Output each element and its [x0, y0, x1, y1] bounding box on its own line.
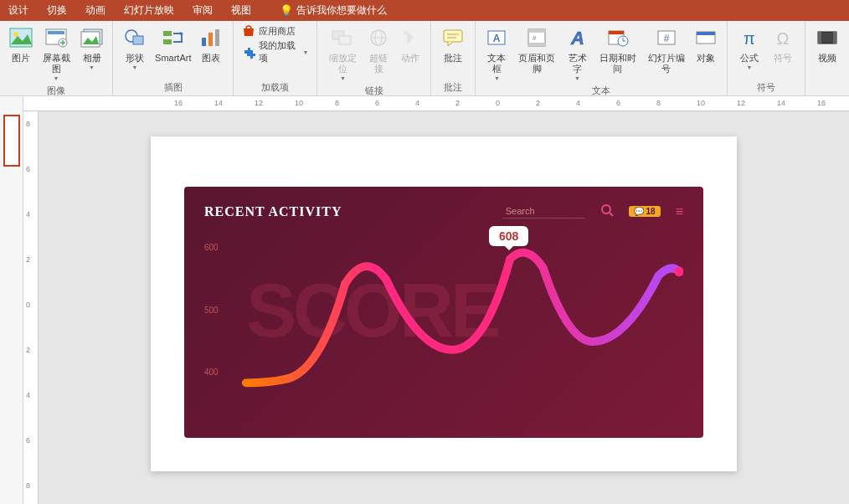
search-input: Search — [502, 204, 585, 219]
y-axis: 600 500 400 — [204, 234, 219, 402]
slide-thumbnail-1[interactable] — [3, 115, 20, 167]
y-tick: 600 — [204, 243, 219, 252]
equation-label: 公式 — [740, 53, 759, 64]
header-footer-button[interactable]: # 页眉和页脚 — [512, 23, 561, 76]
slide-number-button[interactable]: # 幻灯片编号 — [642, 23, 691, 76]
album-button[interactable]: 相册 ▼ — [76, 23, 107, 74]
svg-rect-9 — [163, 31, 172, 36]
chevron-down-icon: ▼ — [340, 75, 346, 82]
svg-rect-8 — [133, 36, 143, 44]
svg-line-45 — [610, 213, 613, 216]
shapes-button[interactable]: 形状 ▼ — [118, 23, 152, 74]
svg-rect-38 — [697, 32, 715, 35]
group-symbols: π 公式 ▼ Ω 符号 符号 — [728, 21, 805, 95]
addins-icon — [242, 45, 255, 59]
svg-point-19 — [403, 30, 408, 35]
chevron-down-icon: ▼ — [89, 64, 95, 71]
my-addins-button[interactable]: 我的加载项 ▼ — [242, 39, 308, 64]
hyperlink-label: 超链接 — [366, 53, 391, 75]
store-button[interactable]: 应用商店 — [242, 24, 308, 38]
tab-animations[interactable]: 动画 — [85, 3, 105, 18]
pictures-label: 图片 — [12, 53, 30, 64]
chart-curve — [238, 234, 683, 399]
equation-button[interactable]: π 公式 ▼ — [733, 23, 766, 74]
group-label-comments: 批注 — [444, 81, 462, 95]
chevron-down-icon: ▼ — [747, 64, 753, 71]
svg-rect-20 — [444, 30, 462, 42]
video-label: 视频 — [818, 53, 836, 64]
tell-me-label: 告诉我你想要做什么 — [296, 3, 387, 18]
chevron-down-icon: ▼ — [54, 75, 59, 82]
picture-icon — [8, 24, 34, 51]
chart-button[interactable]: 图表 — [194, 23, 228, 65]
album-label: 相册 — [83, 53, 101, 64]
tell-me-search[interactable]: 💡 告诉我你想要做什么 — [280, 3, 387, 18]
svg-rect-26 — [528, 29, 545, 33]
smartart-button[interactable]: SmartArt — [152, 23, 194, 65]
slide-canvas-area[interactable]: RECENT ACTIVITY Search 💬 18 ≡ — [39, 111, 849, 504]
object-button[interactable]: 对象 — [691, 23, 722, 65]
menu-icon: ≡ — [676, 204, 683, 219]
slide[interactable]: RECENT ACTIVITY Search 💬 18 ≡ — [151, 136, 737, 471]
chat-icon: 💬 — [634, 207, 644, 216]
group-label-illustrations: 插图 — [164, 81, 183, 95]
chevron-down-icon: ▼ — [574, 75, 580, 82]
screenshot-button[interactable]: 屏幕截图 ▼ — [36, 23, 76, 85]
notification-count: 18 — [646, 207, 656, 216]
svg-rect-27 — [528, 43, 545, 46]
chart-label: 图表 — [202, 53, 220, 64]
symbol-button: Ω 符号 — [766, 23, 800, 65]
edit-area: 1614121086420246810121416 864202468 RECE… — [0, 96, 849, 504]
svg-text:#: # — [533, 34, 537, 42]
video-icon — [814, 24, 841, 51]
zoom-label: 缩放定位 — [326, 53, 359, 75]
group-comments: 批注 批注 — [431, 21, 476, 95]
slide-number-icon: # — [653, 24, 680, 51]
svg-text:π: π — [744, 29, 755, 48]
tab-slideshow[interactable]: 幻灯片放映 — [124, 3, 174, 18]
video-button[interactable]: 视频 — [810, 23, 844, 65]
action-button: 动作 — [394, 23, 425, 65]
chevron-down-icon: ▼ — [302, 49, 308, 55]
object-label: 对象 — [697, 53, 715, 64]
tab-view[interactable]: 视图 — [231, 3, 251, 18]
dashboard-image: RECENT ACTIVITY Search 💬 18 ≡ — [184, 187, 703, 438]
group-illustrations: 形状 ▼ SmartArt 图表 插图 — [113, 21, 234, 95]
svg-rect-43 — [833, 32, 836, 44]
datetime-icon — [605, 24, 631, 51]
comment-button[interactable]: 批注 — [436, 23, 470, 65]
notification-badge: 💬 18 — [629, 206, 661, 217]
svg-rect-10 — [163, 39, 172, 44]
pictures-button[interactable]: 图片 — [5, 23, 36, 65]
svg-text:Ω: Ω — [777, 29, 790, 48]
svg-text:A: A — [493, 33, 501, 44]
ribbon-tab-bar: 设计 切换 动画 幻灯片放映 审阅 视图 💡 告诉我你想要做什么 — [0, 0, 849, 21]
group-media: 视频 — [805, 21, 849, 95]
group-label-addins: 加载项 — [261, 81, 289, 95]
album-icon — [79, 24, 105, 51]
svg-point-44 — [602, 205, 610, 213]
hyperlink-button: 超链接 — [363, 23, 394, 76]
svg-point-1 — [13, 32, 18, 37]
zoom-icon — [329, 24, 356, 51]
datetime-button[interactable]: 日期和时间 — [594, 23, 642, 76]
y-tick: 500 — [204, 306, 219, 315]
slide-thumbnail-panel[interactable] — [0, 96, 23, 504]
chart-icon — [198, 24, 224, 51]
group-label-symbols: 符号 — [757, 81, 775, 95]
tab-review[interactable]: 审阅 — [193, 3, 213, 18]
header-footer-label: 页眉和页脚 — [516, 53, 558, 75]
shapes-icon — [121, 24, 148, 51]
search-icon — [600, 203, 614, 219]
textbox-button[interactable]: A 文本框 ▼ — [481, 23, 512, 85]
chevron-down-icon: ▼ — [132, 64, 138, 71]
action-label: 动作 — [401, 53, 419, 64]
comment-icon — [440, 24, 466, 51]
store-label: 应用商店 — [259, 25, 296, 38]
zoom-button: 缩放定位 ▼ — [322, 23, 363, 85]
tab-design[interactable]: 设计 — [8, 3, 28, 18]
tab-transitions[interactable]: 切换 — [47, 3, 67, 18]
textbox-label: 文本框 — [484, 53, 509, 75]
shapes-label: 形状 — [126, 53, 144, 64]
wordart-button[interactable]: A 艺术字 ▼ — [562, 23, 594, 85]
